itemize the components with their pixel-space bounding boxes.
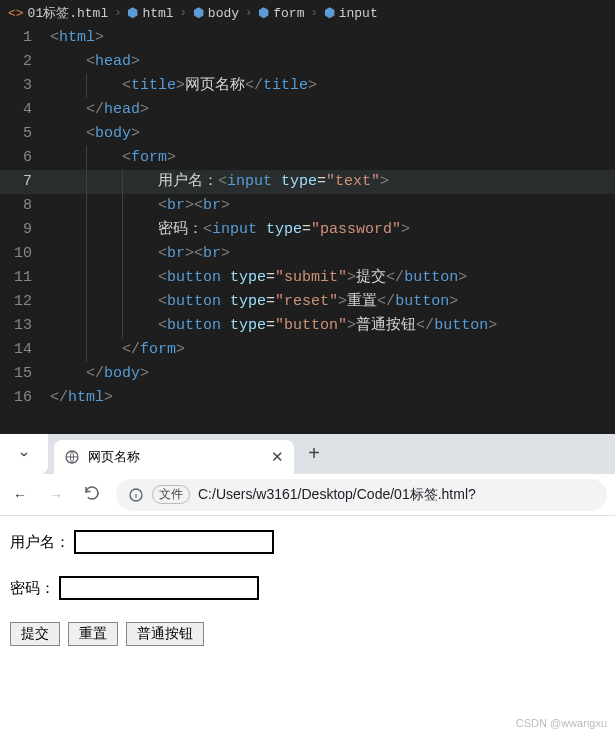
new-tab-button[interactable]: + [308, 443, 320, 466]
close-icon[interactable]: ✕ [271, 448, 284, 466]
line-number: 16 [0, 386, 50, 410]
chevron-right-icon: › [245, 6, 252, 20]
file-icon: <> [8, 6, 24, 21]
cube-icon: ⬢ [324, 5, 335, 21]
breadcrumb-file[interactable]: <> 01标签.html [8, 4, 108, 22]
line-number: 7 [0, 170, 50, 194]
line-number: 13 [0, 314, 50, 338]
page-content: 用户名： 密码： 提交 重置 普通按钮 [0, 516, 615, 660]
code-area[interactable]: 1<html> 2 <head> 3 <title>网页名称</title> 4… [0, 26, 615, 410]
reload-button[interactable] [80, 484, 104, 505]
normal-button[interactable]: 普通按钮 [126, 622, 204, 646]
line-number: 8 [0, 194, 50, 218]
browser-toolbar: ← → 文件 C:/Users/w3161/Desktop/Code/01标签.… [0, 474, 615, 516]
line-number: 14 [0, 338, 50, 362]
line-number: 15 [0, 362, 50, 386]
breadcrumb-form[interactable]: ⬢form [258, 5, 304, 21]
password-label: 密码： [10, 579, 55, 598]
line-number: 12 [0, 290, 50, 314]
chevron-right-icon: › [310, 6, 317, 20]
chevron-right-icon: › [180, 6, 187, 20]
file-chip: 文件 [152, 485, 190, 504]
line-number: 5 [0, 122, 50, 146]
chevron-down-icon [17, 447, 31, 461]
tab-title: 网页名称 [88, 448, 263, 466]
url-text: C:/Users/w3161/Desktop/Code/01标签.html? [198, 486, 476, 504]
username-input[interactable] [74, 530, 274, 554]
watermark: CSDN @wwangxu [516, 717, 607, 729]
browser-tabbar: 网页名称 ✕ + [0, 434, 615, 474]
back-button[interactable]: ← [8, 487, 32, 503]
line-number: 1 [0, 26, 50, 50]
reset-button[interactable]: 重置 [68, 622, 118, 646]
browser-tab[interactable]: 网页名称 ✕ [54, 440, 294, 474]
password-input[interactable] [59, 576, 259, 600]
cube-icon: ⬢ [258, 5, 269, 21]
reload-icon [83, 484, 101, 502]
cube-icon: ⬢ [193, 5, 204, 21]
breadcrumb[interactable]: <> 01标签.html › ⬢html › ⬢body › ⬢form › ⬢… [0, 0, 615, 26]
line-number: 3 [0, 74, 50, 98]
line-number: 9 [0, 218, 50, 242]
forward-button[interactable]: → [44, 487, 68, 503]
line-number: 6 [0, 146, 50, 170]
address-bar[interactable]: 文件 C:/Users/w3161/Desktop/Code/01标签.html… [116, 479, 607, 511]
breadcrumb-input[interactable]: ⬢input [324, 5, 378, 21]
browser-window: 网页名称 ✕ + ← → 文件 C:/Users/w3161/Desktop/C… [0, 434, 615, 733]
line-number: 2 [0, 50, 50, 74]
submit-button[interactable]: 提交 [10, 622, 60, 646]
tab-search-button[interactable] [0, 434, 48, 474]
info-icon [128, 487, 144, 503]
chevron-right-icon: › [114, 6, 121, 20]
cube-icon: ⬢ [127, 5, 138, 21]
globe-icon [64, 449, 80, 465]
code-editor: <> 01标签.html › ⬢html › ⬢body › ⬢form › ⬢… [0, 0, 615, 434]
breadcrumb-html[interactable]: ⬢html [127, 5, 173, 21]
line-number: 11 [0, 266, 50, 290]
breadcrumb-body[interactable]: ⬢body [193, 5, 239, 21]
line-number: 10 [0, 242, 50, 266]
line-number: 4 [0, 98, 50, 122]
username-label: 用户名： [10, 533, 70, 552]
